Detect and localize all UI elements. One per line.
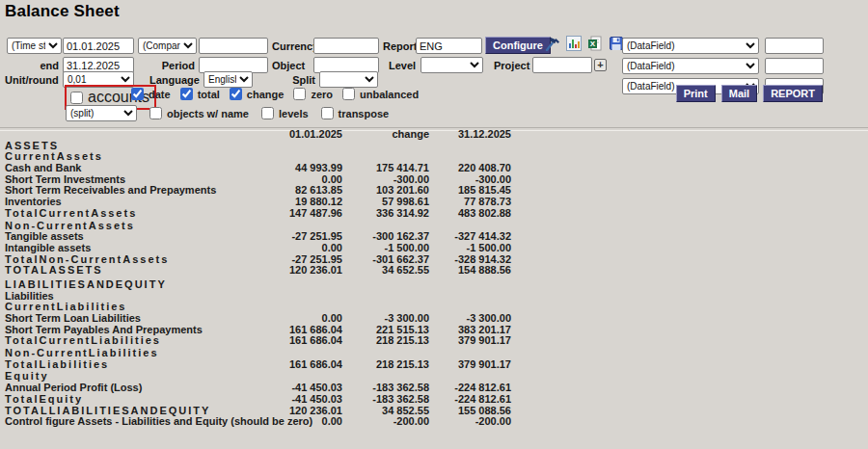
row-label: Non-CurrentLiabilities	[5, 348, 260, 359]
row-label: Control figure Assets - Liabilities and …	[5, 416, 260, 428]
report-row: TotalCurrentLiabilities161 686.04218 215…	[5, 335, 511, 347]
report-label: Report	[383, 40, 417, 52]
row-value: 0.00	[260, 416, 342, 428]
datafield-select-2[interactable]: (DataField)	[622, 58, 759, 74]
change-checkbox[interactable]	[230, 88, 242, 100]
compare-select[interactable]: (Compare)	[138, 38, 197, 54]
period-label: Period	[152, 60, 195, 71]
unbalanced-checkbox-item: unbalanced	[342, 88, 419, 100]
unbalanced-checkbox-label: unbalanced	[360, 89, 419, 100]
row-value: 379 901.17	[429, 335, 511, 347]
transpose-checkbox[interactable]	[321, 107, 334, 119]
total-checkbox[interactable]	[180, 88, 193, 100]
datafield-input-2[interactable]	[765, 58, 824, 74]
checkbox-row-2: (split) objects w/ name levels transpose	[66, 105, 389, 121]
split2-select[interactable]: (split)	[66, 105, 137, 121]
level-select[interactable]	[420, 57, 483, 73]
report-table: 01.01.2025 change 31.12.2025 ASSETSCurre…	[5, 129, 511, 428]
report-row: Intangible assets0.00-1 500.00-1 500.00	[5, 243, 511, 254]
row-value	[342, 141, 429, 152]
row-value: 154 888.56	[429, 265, 511, 277]
row-value	[260, 291, 342, 303]
level-label: Level	[389, 60, 416, 71]
datafield-input-1[interactable]	[765, 38, 824, 54]
row-value	[260, 141, 342, 152]
row-value: 147 487.96	[260, 208, 342, 220]
zero-checkbox[interactable]	[293, 88, 306, 100]
split-select[interactable]	[319, 71, 378, 88]
row-value: -3 300.00	[342, 313, 429, 325]
change-checkbox-label: change	[247, 89, 285, 100]
row-value: 120 236.01	[260, 265, 342, 277]
configure-button[interactable]: Configure	[485, 37, 551, 54]
row-value: -200.00	[429, 416, 511, 428]
unbalanced-checkbox[interactable]	[342, 88, 355, 100]
currency-label: Currency	[272, 40, 318, 52]
report-row: TOTALASSETS120 236.0134 652.55154 888.56	[5, 265, 511, 277]
row-label: Short Term Loan Liabilities	[5, 313, 260, 325]
bar-chart-icon[interactable]	[566, 36, 582, 51]
currency-input[interactable]	[313, 38, 379, 54]
report-row: TotalCurrentAssets147 487.96336 314.9248…	[5, 208, 511, 220]
excel-icon[interactable]: X	[587, 36, 603, 51]
date-checkbox-item: date	[131, 88, 171, 100]
report-rows: ASSETSCurrentAssetsCash and Bank44 993.9…	[5, 141, 511, 428]
row-value: 0.00	[260, 243, 342, 254]
row-value	[260, 348, 342, 359]
levels-checkbox-item: levels	[261, 107, 309, 119]
objects-w-name-checkbox[interactable]	[149, 107, 162, 119]
row-label: TotalEquity	[5, 394, 260, 406]
print-button[interactable]: Print	[676, 85, 716, 102]
report-button[interactable]: REPORT	[763, 85, 823, 102]
objects-w-name-checkbox-item: objects w/ name	[149, 107, 249, 119]
unit-round-label: Unit/round	[5, 74, 59, 86]
time-start-select[interactable]: (Time start)	[7, 38, 62, 54]
row-value: -1 500.00	[429, 243, 511, 254]
row-value	[342, 348, 429, 359]
hammer-icon[interactable]	[545, 36, 560, 51]
row-label: TotalLiabilities	[5, 359, 260, 371]
balance-sheet-screen: Balance Sheet (Time start) (Compare) Cur…	[0, 0, 868, 449]
language-select[interactable]: English	[203, 71, 253, 88]
action-buttons: Print Mail REPORT	[622, 85, 823, 102]
row-value: 218 215.13	[342, 335, 429, 347]
accounts-checkbox[interactable]	[70, 92, 83, 104]
row-value: -200.00	[342, 416, 429, 428]
row-value	[429, 279, 511, 291]
project-label: Project	[494, 60, 529, 71]
column-header-change: change	[342, 129, 429, 141]
report-row: LIABILITIESANDEQUITY	[5, 279, 511, 291]
svg-text:X: X	[590, 40, 596, 48]
mail-button[interactable]: Mail	[721, 85, 757, 102]
project-input[interactable]	[532, 57, 592, 73]
row-value: 161 686.04	[260, 359, 342, 371]
project-add-icon[interactable]: +	[594, 59, 607, 71]
row-value: 161 686.04	[260, 335, 342, 347]
levels-checkbox-label: levels	[279, 108, 309, 119]
report-input[interactable]	[416, 38, 482, 54]
date-checkbox[interactable]	[131, 88, 144, 100]
row-value: 379 901.17	[429, 359, 511, 371]
start-date-input[interactable]	[63, 38, 134, 54]
row-value	[429, 348, 511, 359]
split-label: Split	[288, 74, 315, 86]
report-toolbar: X	[545, 36, 624, 51]
row-value	[342, 279, 429, 291]
row-value	[342, 291, 429, 303]
row-label: TOTALASSETS	[5, 265, 260, 277]
transpose-checkbox-item: transpose	[321, 107, 390, 119]
row-value: -1 500.00	[342, 243, 429, 254]
change-checkbox-item: change	[230, 88, 285, 100]
datafield-select-1[interactable]: (DataField)	[622, 38, 759, 54]
levels-checkbox[interactable]	[261, 107, 274, 119]
transpose-checkbox-label: transpose	[339, 108, 390, 119]
row-label: TotalCurrentLiabilities	[5, 335, 260, 347]
row-value: -3 300.00	[429, 313, 511, 325]
language-label: Language	[149, 74, 199, 86]
checkbox-row-1: date total change zero unbalanced	[131, 88, 419, 100]
row-label: TotalCurrentAssets	[5, 208, 260, 220]
compare-input[interactable]	[199, 38, 268, 54]
row-value: -183 362.58	[342, 394, 429, 406]
row-label: Cash and Bank	[5, 163, 260, 174]
column-header-end-date: 31.12.2025	[429, 129, 511, 141]
